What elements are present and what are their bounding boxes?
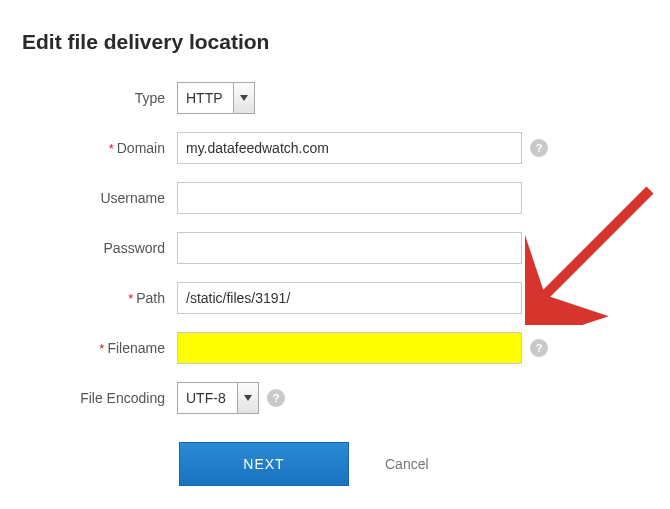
row-username: Username (22, 182, 630, 214)
help-icon[interactable]: ? (267, 389, 285, 407)
cancel-button[interactable]: Cancel (385, 456, 429, 472)
page-title: Edit file delivery location (22, 30, 630, 54)
password-input[interactable] (177, 232, 522, 264)
label-username: Username (22, 190, 177, 206)
encoding-select[interactable]: UTF-8 (177, 382, 259, 414)
next-button[interactable]: NEXT (179, 442, 349, 486)
encoding-select-value: UTF-8 (177, 382, 237, 414)
label-domain: *Domain (22, 140, 177, 157)
help-icon[interactable]: ? (530, 339, 548, 357)
row-password: Password (22, 232, 630, 264)
row-path: *Path ? (22, 282, 630, 314)
domain-input[interactable] (177, 132, 522, 164)
row-domain: *Domain ? (22, 132, 630, 164)
row-type: Type HTTP (22, 82, 630, 114)
required-asterisk: * (99, 341, 104, 356)
username-input[interactable] (177, 182, 522, 214)
label-password: Password (22, 240, 177, 256)
required-asterisk: * (128, 291, 133, 306)
chevron-down-icon[interactable] (233, 82, 255, 114)
form-actions: NEXT Cancel (179, 442, 630, 486)
required-asterisk: * (109, 141, 114, 156)
label-path: *Path (22, 290, 177, 307)
help-icon[interactable]: ? (530, 139, 548, 157)
row-encoding: File Encoding UTF-8 ? (22, 382, 630, 414)
chevron-down-icon[interactable] (237, 382, 259, 414)
label-type: Type (22, 90, 177, 106)
help-icon[interactable]: ? (530, 289, 548, 307)
row-filename: *Filename ? (22, 332, 630, 364)
type-select[interactable]: HTTP (177, 82, 255, 114)
label-filename: *Filename (22, 340, 177, 357)
type-select-value: HTTP (177, 82, 233, 114)
path-input[interactable] (177, 282, 522, 314)
filename-input[interactable] (177, 332, 522, 364)
label-encoding: File Encoding (22, 390, 177, 406)
